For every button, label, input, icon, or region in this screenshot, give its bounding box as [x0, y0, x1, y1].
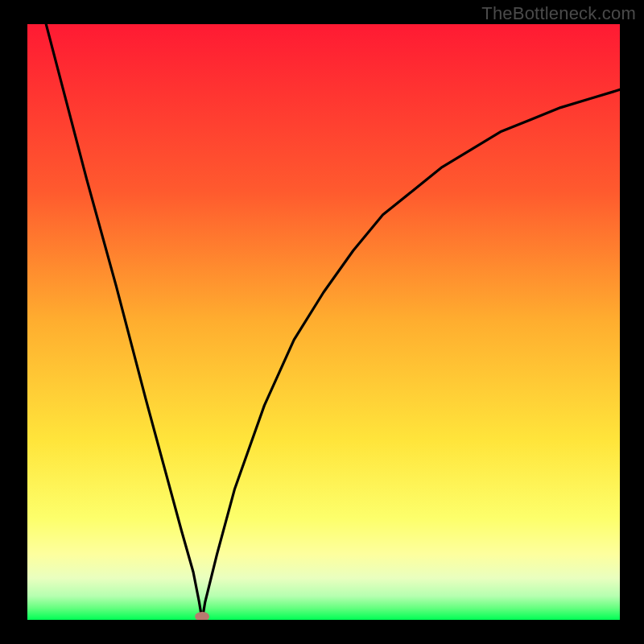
plot-area: [27, 24, 620, 620]
chart-svg: [27, 24, 620, 620]
gradient-background: [27, 24, 620, 620]
watermark-text: TheBottleneck.com: [481, 3, 636, 24]
chart-container: TheBottleneck.com: [0, 0, 644, 644]
